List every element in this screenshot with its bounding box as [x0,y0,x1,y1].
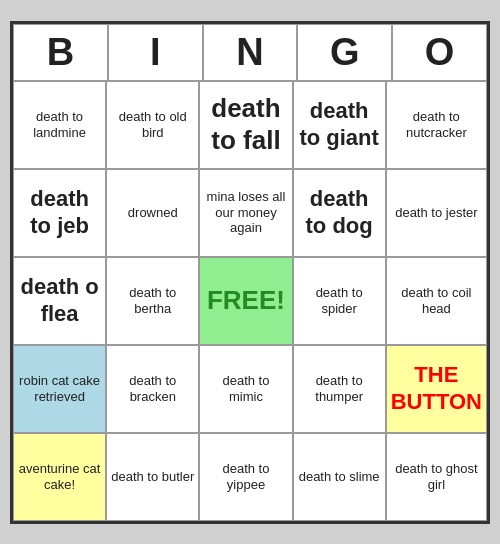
cell-text: death to ghost girl [391,461,482,492]
header-letter: G [297,24,392,81]
bingo-cell: death to coil head [386,257,487,345]
bingo-cell: death to ghost girl [386,433,487,521]
cell-text: death to butler [111,469,194,485]
bingo-cell: drowned [106,169,199,257]
bingo-cell: aventurine cat cake! [13,433,106,521]
cell-text: death to jester [395,205,477,221]
header-letter: O [392,24,487,81]
cell-text: death o flea [18,274,101,327]
header-letter: N [203,24,298,81]
cell-text: death to old bird [111,109,194,140]
header-letter: I [108,24,203,81]
cell-text: death to mimic [204,373,287,404]
cell-text: death to giant [298,98,381,151]
cell-text: THE BUTTON [391,362,482,415]
bingo-grid: death to landminedeath to old birddeath … [13,81,487,521]
bingo-cell: robin cat cake retrieved [13,345,106,433]
cell-text: death to bertha [111,285,194,316]
bingo-cell: death o flea [13,257,106,345]
bingo-cell: FREE! [199,257,292,345]
bingo-cell: death to yippee [199,433,292,521]
cell-text: death to landmine [18,109,101,140]
bingo-cell: death to dog [293,169,386,257]
cell-text: aventurine cat cake! [18,461,101,492]
bingo-cell: death to bertha [106,257,199,345]
bingo-cell: death to old bird [106,81,199,169]
bingo-cell: death to slime [293,433,386,521]
bingo-cell: death to nutcracker [386,81,487,169]
bingo-cell: death to spider [293,257,386,345]
bingo-cell: death to bracken [106,345,199,433]
bingo-card: BINGO death to landminedeath to old bird… [10,21,490,524]
cell-text: death to coil head [391,285,482,316]
bingo-cell: death to mimic [199,345,292,433]
cell-text: FREE! [207,285,285,316]
cell-text: death to bracken [111,373,194,404]
bingo-cell: death to thumper [293,345,386,433]
cell-text: death to fall [204,93,287,155]
bingo-cell: mina loses all our money again [199,169,292,257]
header-letter: B [13,24,108,81]
cell-text: death to dog [298,186,381,239]
cell-text: death to jeb [18,186,101,239]
cell-text: drowned [128,205,178,221]
bingo-cell: death to giant [293,81,386,169]
bingo-cell: death to jeb [13,169,106,257]
cell-text: death to spider [298,285,381,316]
cell-text: death to thumper [298,373,381,404]
bingo-cell: death to butler [106,433,199,521]
bingo-cell: death to fall [199,81,292,169]
cell-text: death to slime [299,469,380,485]
cell-text: robin cat cake retrieved [18,373,101,404]
bingo-cell: death to landmine [13,81,106,169]
cell-text: death to yippee [204,461,287,492]
cell-text: mina loses all our money again [204,189,287,236]
bingo-cell: death to jester [386,169,487,257]
cell-text: death to nutcracker [391,109,482,140]
bingo-header: BINGO [13,24,487,81]
bingo-cell: THE BUTTON [386,345,487,433]
